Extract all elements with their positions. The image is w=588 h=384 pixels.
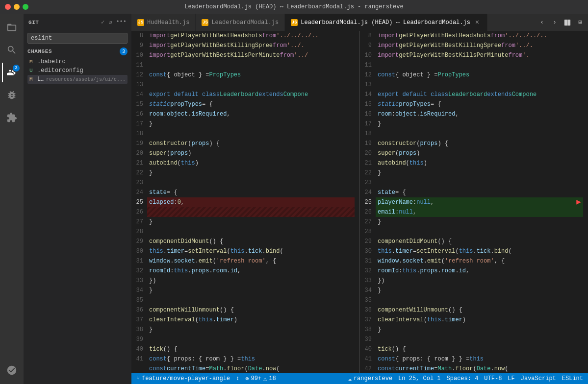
status-right: ☁ rangersteve Ln 25, Col 1 Spaces: 4 UTF… [348,375,583,383]
file-babelrc[interactable]: M .babelrc [27,57,128,66]
code-line-l15: static propTypes = { [147,99,355,109]
code-line-l38: } [147,325,355,335]
tab-more-button[interactable]: ⊞ [574,17,586,28]
code-line-r27: } [376,217,583,227]
code-line-l29: componentDidMount() { [147,237,355,246]
line-num-9: 9 [135,41,143,50]
minimize-button[interactable] [14,4,20,10]
code-line-r18 [376,129,583,139]
status-line-ending[interactable]: LF [508,375,514,383]
code-line-r12: const { object } = PropTypes [376,70,583,80]
changes-header[interactable]: CHANGES 3 [27,46,128,57]
code-line-l17: } [147,119,355,129]
status-encoding[interactable]: UTF-8 [484,375,502,383]
code-line-r31: window.socket.emit('refresh room', { [376,256,583,266]
rline-num-39: 39 [364,335,372,344]
rline-num-12: 12 [364,70,372,80]
remote-name: rangersteve [354,375,392,382]
status-remote[interactable]: ☁ rangersteve [348,375,392,383]
tab-leaderboard[interactable]: JS LeaderboardModal.js [196,14,285,31]
line-num-18: 18 [135,129,143,139]
git-label: GIT [28,20,39,25]
rline-num-36: 36 [364,305,372,315]
line-num-13: 13 [135,80,143,90]
line-num-41: 41 [135,354,143,364]
rline-num-30: 30 [364,246,372,256]
left-editor-pane: 8 9 10 11 12 13 14 15 16 17 18 19 20 21 … [131,31,360,373]
window-controls[interactable] [5,4,28,10]
rline-num-11: 11 [364,60,372,70]
line-num-29: 29 [135,237,143,246]
window-title: LeaderboardModal.js (HEAD) ↔ Leaderboard… [184,3,403,10]
tab-leaderboard-diff[interactable]: JS LeaderboardModal.js (HEAD) ↔ Leaderbo… [285,14,487,31]
status-sync[interactable]: ↕ [236,375,239,382]
file-status-leaderboard: M [29,76,37,82]
activity-source-control[interactable]: 3 [2,63,22,82]
cursor-position: Ln 25, Col 1 [398,375,440,382]
code-line-l11 [147,60,355,70]
rline-num-23: 23 [364,178,372,188]
line-num-10: 10 [135,50,143,60]
code-line-l30: this.timer = setInterval(this.tick.bind( [147,246,355,256]
maximize-button[interactable] [23,4,28,10]
tab-close-button[interactable]: × [473,19,481,26]
line-num-23: 23 [135,178,143,188]
status-language[interactable]: JavaScript [521,375,556,383]
refresh-icon[interactable]: ↺ [108,19,112,26]
line-num-30: 30 [135,246,143,256]
more-icon[interactable]: ••• [116,19,127,26]
right-scrollbar[interactable] [583,31,588,373]
tab-hudhealth[interactable]: JS HudHealth.js [131,14,196,31]
git-search-input[interactable] [27,33,128,44]
file-editorconfig[interactable]: U .editorconfig [27,66,128,75]
source-control-badge: 3 [13,65,20,72]
git-search-area[interactable] [24,31,131,46]
code-line-l32: roomId: this.props.room.id, [147,266,355,276]
left-code-content[interactable]: import getPlayerWithBestHeadshots from '… [147,31,355,373]
tab-navigation: ‹ › ⊞ [534,14,588,31]
status-linter[interactable]: ESLint [562,375,583,383]
activity-extensions[interactable] [2,108,22,127]
rline-num-35: 35 [364,295,372,305]
activity-settings[interactable] [2,360,22,380]
status-spaces[interactable]: Spaces: 4 [447,375,479,383]
git-branch-icon: ⑂ [136,375,140,382]
code-line-r14: export default class Leaderboard extends… [376,90,583,99]
file-leaderboard[interactable]: M LeaderboardModal.js resources/assets/j… [27,75,128,84]
code-line-l8: import getPlayerWithBestHeadshots from '… [147,31,355,41]
file-status-editorconfig: U [29,68,37,73]
tab-back-button[interactable]: ‹ [536,17,548,28]
rline-num-18: 18 [364,129,372,139]
code-line-l24: state = { [147,188,355,197]
tab-bar: JS HudHealth.js JS LeaderboardModal.js J… [131,14,588,31]
rline-num-8: 8 [364,31,372,41]
activity-debug[interactable] [2,85,22,105]
activity-search[interactable] [2,40,22,60]
code-line-l25: elapsed: 0, [147,197,355,207]
close-button[interactable] [5,4,11,10]
tab-icon-leaderboard-diff: JS [291,19,298,26]
sidebar-actions[interactable]: ✓ ↺ ••• [101,19,127,26]
title-bar: LeaderboardModal.js (HEAD) ↔ Leaderboard… [0,0,588,14]
status-branch[interactable]: ⑂ feature/move-player-angle [136,375,230,382]
activity-files[interactable] [2,18,22,37]
encoding-label: UTF-8 [484,375,502,382]
line-num-20: 20 [135,148,143,158]
rline-num-16: 16 [364,109,372,119]
checkmark-icon[interactable]: ✓ [101,19,104,26]
code-line-r41: const { props: { room } } = this [376,354,583,364]
code-line-l18 [147,129,355,139]
tab-forward-button[interactable]: › [549,17,561,28]
code-line-l13 [147,80,355,90]
tab-split-button[interactable] [562,17,573,28]
rline-num-32: 32 [364,266,372,276]
line-num-11: 11 [135,60,143,70]
rline-num-17: 17 [364,119,372,129]
status-errors[interactable]: ⊗ 99+ ⚠ 18 [245,375,276,383]
status-position[interactable]: Ln 25, Col 1 [398,375,440,383]
linter-label: ESLint [562,375,583,382]
right-code-content[interactable]: import getPlayerWithBestHeadshots from '… [376,31,583,373]
remote-icon: ☁ [348,375,352,383]
sync-icon: ↕ [236,375,239,382]
sidebar: GIT ✓ ↺ ••• CHANGES 3 M .babelrc U .edit… [24,14,131,384]
